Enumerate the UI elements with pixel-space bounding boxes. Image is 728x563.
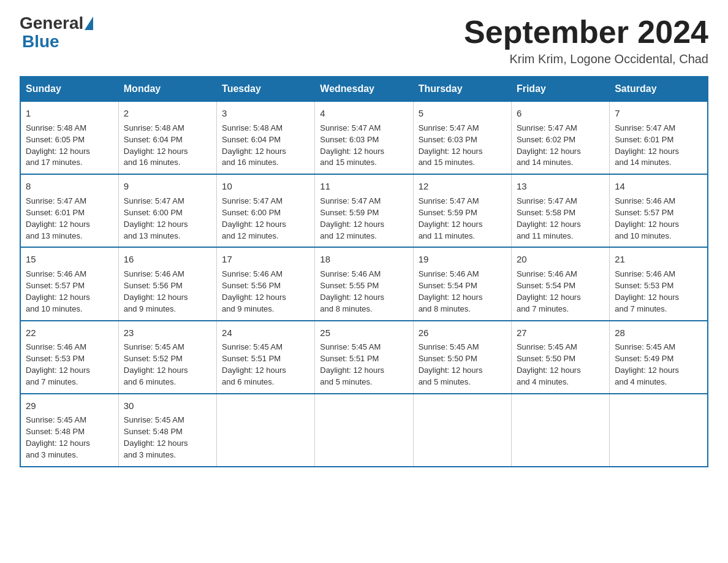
day-info: Sunrise: 5:45 AMSunset: 5:49 PMDaylight:… <box>615 342 702 388</box>
calendar-day-cell: 30Sunrise: 5:45 AMSunset: 5:48 PMDayligh… <box>118 394 216 467</box>
day-number: 3 <box>222 107 309 120</box>
day-number: 20 <box>517 253 604 266</box>
calendar-day-cell: 20Sunrise: 5:46 AMSunset: 5:54 PMDayligh… <box>511 247 609 320</box>
calendar-day-cell <box>610 394 708 467</box>
day-number: 18 <box>320 253 408 266</box>
day-number: 10 <box>222 180 309 193</box>
day-info: Sunrise: 5:46 AMSunset: 5:56 PMDaylight:… <box>124 269 211 315</box>
page-header: General Blue September 2024 Krim Krim, L… <box>20 15 708 66</box>
day-number: 6 <box>517 107 604 120</box>
calendar-week-row: 29Sunrise: 5:45 AMSunset: 5:48 PMDayligh… <box>20 394 708 467</box>
calendar-day-cell: 12Sunrise: 5:47 AMSunset: 5:59 PMDayligh… <box>413 174 511 247</box>
calendar-day-cell: 6Sunrise: 5:47 AMSunset: 6:02 PMDaylight… <box>511 101 609 174</box>
calendar-header-wednesday: Wednesday <box>315 77 413 101</box>
calendar-day-cell: 1Sunrise: 5:48 AMSunset: 6:05 PMDaylight… <box>20 101 118 174</box>
calendar-header-thursday: Thursday <box>413 77 511 101</box>
calendar-day-cell <box>315 394 413 467</box>
day-number: 8 <box>26 180 113 193</box>
calendar-header-monday: Monday <box>118 77 216 101</box>
logo-triangle-icon <box>85 17 93 30</box>
day-info: Sunrise: 5:47 AMSunset: 6:00 PMDaylight:… <box>124 196 211 242</box>
day-info: Sunrise: 5:46 AMSunset: 5:54 PMDaylight:… <box>419 269 506 315</box>
day-number: 25 <box>320 326 408 340</box>
day-number: 1 <box>26 107 113 120</box>
day-info: Sunrise: 5:45 AMSunset: 5:50 PMDaylight:… <box>419 342 506 388</box>
calendar-day-cell <box>217 394 315 467</box>
calendar-day-cell: 4Sunrise: 5:47 AMSunset: 6:03 PMDaylight… <box>315 101 413 174</box>
calendar-body: 1Sunrise: 5:48 AMSunset: 6:05 PMDaylight… <box>20 101 708 467</box>
day-number: 16 <box>124 253 211 266</box>
day-number: 19 <box>419 253 506 266</box>
day-info: Sunrise: 5:47 AMSunset: 5:58 PMDaylight:… <box>517 196 604 242</box>
day-number: 29 <box>26 399 113 413</box>
calendar-week-row: 8Sunrise: 5:47 AMSunset: 6:01 PMDaylight… <box>20 174 708 247</box>
day-info: Sunrise: 5:47 AMSunset: 6:01 PMDaylight:… <box>615 123 702 169</box>
day-info: Sunrise: 5:47 AMSunset: 6:01 PMDaylight:… <box>26 196 113 242</box>
calendar-header-tuesday: Tuesday <box>217 77 315 101</box>
day-info: Sunrise: 5:47 AMSunset: 5:59 PMDaylight:… <box>419 196 506 242</box>
day-number: 24 <box>222 326 309 340</box>
calendar-day-cell: 10Sunrise: 5:47 AMSunset: 6:00 PMDayligh… <box>217 174 315 247</box>
calendar-day-cell: 3Sunrise: 5:48 AMSunset: 6:04 PMDaylight… <box>217 101 315 174</box>
day-number: 26 <box>419 326 506 340</box>
day-number: 11 <box>320 180 408 193</box>
title-area: September 2024 Krim Krim, Logone Occiden… <box>464 15 708 66</box>
calendar-day-cell: 24Sunrise: 5:45 AMSunset: 5:51 PMDayligh… <box>217 321 315 394</box>
day-info: Sunrise: 5:45 AMSunset: 5:52 PMDaylight:… <box>124 342 211 388</box>
calendar-day-cell <box>413 394 511 467</box>
calendar-day-cell: 19Sunrise: 5:46 AMSunset: 5:54 PMDayligh… <box>413 247 511 320</box>
day-info: Sunrise: 5:46 AMSunset: 5:55 PMDaylight:… <box>320 269 408 315</box>
location-subtitle: Krim Krim, Logone Occidental, Chad <box>464 52 708 66</box>
calendar-day-cell: 27Sunrise: 5:45 AMSunset: 5:50 PMDayligh… <box>511 321 609 394</box>
day-info: Sunrise: 5:48 AMSunset: 6:04 PMDaylight:… <box>124 123 211 169</box>
calendar-day-cell: 22Sunrise: 5:46 AMSunset: 5:53 PMDayligh… <box>20 321 118 394</box>
day-number: 12 <box>419 180 506 193</box>
calendar-day-cell: 28Sunrise: 5:45 AMSunset: 5:49 PMDayligh… <box>610 321 708 394</box>
day-info: Sunrise: 5:45 AMSunset: 5:50 PMDaylight:… <box>517 342 604 388</box>
day-info: Sunrise: 5:46 AMSunset: 5:54 PMDaylight:… <box>517 269 604 315</box>
logo-blue-text: Blue <box>22 32 59 51</box>
calendar-week-row: 22Sunrise: 5:46 AMSunset: 5:53 PMDayligh… <box>20 321 708 394</box>
calendar-week-row: 1Sunrise: 5:48 AMSunset: 6:05 PMDaylight… <box>20 101 708 174</box>
calendar-header-sunday: Sunday <box>20 77 118 101</box>
logo-general-text: General <box>20 15 83 32</box>
calendar-day-cell: 11Sunrise: 5:47 AMSunset: 5:59 PMDayligh… <box>315 174 413 247</box>
calendar-table: SundayMondayTuesdayWednesdayThursdayFrid… <box>20 76 708 467</box>
day-info: Sunrise: 5:45 AMSunset: 5:51 PMDaylight:… <box>222 342 309 388</box>
day-info: Sunrise: 5:47 AMSunset: 6:02 PMDaylight:… <box>517 123 604 169</box>
day-info: Sunrise: 5:45 AMSunset: 5:48 PMDaylight:… <box>26 415 113 461</box>
calendar-day-cell: 23Sunrise: 5:45 AMSunset: 5:52 PMDayligh… <box>118 321 216 394</box>
day-info: Sunrise: 5:46 AMSunset: 5:57 PMDaylight:… <box>26 269 113 315</box>
calendar-header-friday: Friday <box>511 77 609 101</box>
calendar-week-row: 15Sunrise: 5:46 AMSunset: 5:57 PMDayligh… <box>20 247 708 320</box>
day-number: 21 <box>615 253 702 266</box>
day-number: 9 <box>124 180 211 193</box>
day-info: Sunrise: 5:45 AMSunset: 5:51 PMDaylight:… <box>320 342 408 388</box>
calendar-day-cell: 29Sunrise: 5:45 AMSunset: 5:48 PMDayligh… <box>20 394 118 467</box>
day-number: 30 <box>124 399 211 413</box>
month-year-title: September 2024 <box>464 15 708 50</box>
day-number: 27 <box>517 326 604 340</box>
day-info: Sunrise: 5:47 AMSunset: 6:03 PMDaylight:… <box>419 123 506 169</box>
day-info: Sunrise: 5:47 AMSunset: 5:59 PMDaylight:… <box>320 196 408 242</box>
day-info: Sunrise: 5:46 AMSunset: 5:53 PMDaylight:… <box>615 269 702 315</box>
day-info: Sunrise: 5:46 AMSunset: 5:53 PMDaylight:… <box>26 342 113 388</box>
day-number: 28 <box>615 326 702 340</box>
day-info: Sunrise: 5:47 AMSunset: 6:03 PMDaylight:… <box>320 123 408 169</box>
day-number: 14 <box>615 180 702 193</box>
day-number: 5 <box>419 107 506 120</box>
day-info: Sunrise: 5:48 AMSunset: 6:04 PMDaylight:… <box>222 123 309 169</box>
calendar-day-cell: 7Sunrise: 5:47 AMSunset: 6:01 PMDaylight… <box>610 101 708 174</box>
day-info: Sunrise: 5:47 AMSunset: 6:00 PMDaylight:… <box>222 196 309 242</box>
calendar-day-cell <box>511 394 609 467</box>
day-number: 17 <box>222 253 309 266</box>
day-number: 15 <box>26 253 113 266</box>
calendar-day-cell: 15Sunrise: 5:46 AMSunset: 5:57 PMDayligh… <box>20 247 118 320</box>
calendar-day-cell: 9Sunrise: 5:47 AMSunset: 6:00 PMDaylight… <box>118 174 216 247</box>
calendar-header-saturday: Saturday <box>610 77 708 101</box>
day-info: Sunrise: 5:46 AMSunset: 5:56 PMDaylight:… <box>222 269 309 315</box>
calendar-day-cell: 21Sunrise: 5:46 AMSunset: 5:53 PMDayligh… <box>610 247 708 320</box>
calendar-day-cell: 18Sunrise: 5:46 AMSunset: 5:55 PMDayligh… <box>315 247 413 320</box>
day-info: Sunrise: 5:46 AMSunset: 5:57 PMDaylight:… <box>615 196 702 242</box>
calendar-day-cell: 2Sunrise: 5:48 AMSunset: 6:04 PMDaylight… <box>118 101 216 174</box>
